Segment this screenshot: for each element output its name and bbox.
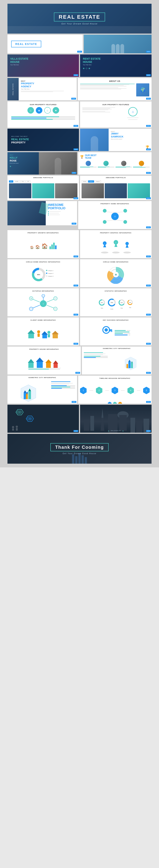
- welcome-label: WELCOME THE BEST: [11, 136, 29, 137]
- meet-kelly-left: MEET KELLY ROSE Real Estate Agent ◈: [7, 152, 39, 175]
- slide-btn-1[interactable]: MORE: [77, 51, 82, 53]
- portfolio-imgs-1: [7, 183, 79, 200]
- dot-3: [48, 215, 49, 215]
- meet-kelly-role: Real Estate Agent: [10, 163, 37, 164]
- prop-line-1: [82, 107, 115, 108]
- about-line-3: [80, 86, 127, 86]
- key-bar-empty-4: [128, 335, 130, 335]
- slide-btn-20[interactable]: MORE: [146, 285, 151, 286]
- slide-btn-19[interactable]: MORE: [73, 285, 78, 286]
- slide-btn-28[interactable]: MORE: [146, 401, 151, 403]
- prop-feat-title-2: OUR PROPERTY FEATURED: [82, 104, 149, 105]
- portfolio-tab-villa[interactable]: VILLA: [20, 180, 26, 183]
- slide-btn-8[interactable]: MORE: [146, 125, 151, 127]
- legend-rect-1: [46, 270, 47, 271]
- key-bar-empty-3: [124, 333, 130, 334]
- line-4: [115, 220, 124, 221]
- person-head-2: [47, 331, 51, 334]
- tower-mid: [101, 408, 103, 418]
- ph-base-4: [54, 364, 58, 368]
- slide-btn-23[interactable]: MORE: [73, 343, 78, 345]
- slide-btn-17[interactable]: MORE: [73, 255, 78, 257]
- hex-icon-3: [118, 402, 122, 404]
- kelly-last: ROSE: [10, 159, 17, 162]
- page-wrapper: REAL ESTATE Get Your Dream Good House RE…: [0, 0, 159, 467]
- person-3: [120, 44, 124, 53]
- team-bar-bg-4: [98, 167, 115, 168]
- small-house-icon: 🏠: [30, 246, 34, 249]
- slide-btn-30[interactable]: MORE: [146, 430, 151, 432]
- oct-center-icon: ⌂: [42, 302, 44, 305]
- stat-donut-1: 65% Sales: [98, 299, 106, 309]
- slide-btn-14[interactable]: MORE: [146, 197, 151, 199]
- slide-btn-12[interactable]: MORE: [146, 172, 151, 174]
- team-bar-bg-7: [133, 166, 150, 167]
- timeline-title: TIMELINE HEXAGON INFOGRAPHIC: [80, 377, 150, 379]
- property-graphic-svg: ⌂ ⌂ ⌂: [99, 236, 133, 255]
- villa-title-colored: ESTATE: [19, 57, 28, 60]
- slide-btn-22[interactable]: MORE: [146, 314, 151, 316]
- slide-btn-16[interactable]: MORE: [146, 226, 151, 228]
- thank-person-4: [82, 455, 84, 464]
- prop-feat-bars: [10, 114, 77, 122]
- arm-1: [32, 299, 40, 302]
- slide-btn-21[interactable]: MORE: [73, 314, 78, 316]
- donut-label: 66%: [37, 274, 40, 276]
- client-home-title: CLIENT HOME INFOGRAPHIC: [9, 319, 77, 321]
- portfolio-tab2-featured[interactable]: Featured: [95, 180, 101, 183]
- about-line-5: [80, 88, 127, 89]
- slide-btn-18[interactable]: MORE: [146, 255, 151, 257]
- property-house-content: [9, 351, 79, 372]
- slide-btn-24[interactable]: MORE: [146, 343, 151, 345]
- slide-btn-26[interactable]: MORE: [146, 372, 151, 374]
- team-bar-bg-8: [133, 167, 150, 168]
- slide-btn-7[interactable]: MORE: [73, 125, 78, 127]
- portfolio-tab-apt[interactable]: APT: [26, 180, 30, 183]
- stat-donut-3: 55% Value: [118, 299, 125, 309]
- key-bars: [115, 330, 130, 335]
- growth-infographic-title: PROPERTY GROWTH INFOGRAPHIC: [9, 232, 77, 234]
- key-bar-empty-1: [127, 330, 130, 331]
- portfolio-tab2-popular[interactable]: Popular: [88, 180, 94, 183]
- statistic-title: STATISTIC INFOGRAPHIC: [82, 290, 150, 292]
- key-infographic: [101, 325, 130, 340]
- real-estate-label-slide: REAL ESTATE MORE: [7, 35, 83, 53]
- meet-j-role: REAL ESTATE AGENT: [111, 138, 149, 140]
- slide-btn-6[interactable]: MORE: [146, 98, 151, 100]
- slide-btn-2[interactable]: MORE: [146, 51, 151, 53]
- prop-feat-title-1: OUR PROPERTY FEATURED: [10, 104, 77, 105]
- meet-tag: MEET: [10, 154, 37, 156]
- portfolio-tab-house[interactable]: HOUSE: [14, 180, 20, 183]
- re-label-text: REAL ESTATE: [15, 42, 37, 45]
- kelly-silhouette: [55, 158, 61, 175]
- slide-btn-15[interactable]: MORE: [72, 223, 76, 224]
- portfolio-tab2-portfolio[interactable]: Portfolio: [82, 180, 88, 183]
- best-prop-right: BEST PROPERTY AGENCY Your Title Here: [19, 78, 77, 100]
- circle-home-graphic-title: CIRCLE HOME GRAPHIC INFOGRAPHIC: [9, 261, 77, 263]
- stat-svg-2: 75%: [107, 298, 117, 307]
- slide-btn-4[interactable]: MORE: [146, 74, 151, 76]
- stat-label-3: Value: [118, 308, 125, 309]
- big-portfolio-right: AWESOME PORTFOLIO: [46, 201, 77, 225]
- portfolio-title-2: AWESOME PORTFOLIO: [80, 176, 152, 180]
- growth-infographic-slide: PROPERTY GROWTH INFOGRAPHIC 🏠 🏠 🏠 MORE: [7, 230, 79, 258]
- slide-btn-27[interactable]: MORE: [72, 401, 76, 403]
- photo-placeholder: [84, 35, 152, 53]
- iso-line-2: [84, 354, 103, 355]
- arm-3: [46, 299, 55, 302]
- slide-btn-11[interactable]: MORE: [72, 172, 76, 174]
- bldg-sil-2: [90, 416, 94, 431]
- slide-btn-3[interactable]: MORE: [73, 74, 78, 76]
- row-6: MEET KELLY ROSE Real Estate Agent ◈ MORE…: [7, 152, 152, 175]
- villa-subtitle: Your Title Here: [10, 64, 76, 65]
- hex-connector-3: [121, 390, 125, 391]
- slide-btn-13[interactable]: MORE: [73, 197, 78, 199]
- rent-subtitle: Your Title Here: [83, 64, 149, 65]
- slide-btn-5[interactable]: MORE: [71, 98, 76, 100]
- property-house-slide: PROPERTY HOUSE INFOGRAPHIC: [7, 346, 81, 374]
- person-body-2: [48, 334, 50, 337]
- slide-btn-10[interactable]: MORE: [146, 149, 151, 150]
- slide-btn-25[interactable]: MORE: [75, 372, 80, 374]
- team-avatar-4: [139, 161, 144, 166]
- portfolio-tab-all[interactable]: ALL: [9, 180, 13, 183]
